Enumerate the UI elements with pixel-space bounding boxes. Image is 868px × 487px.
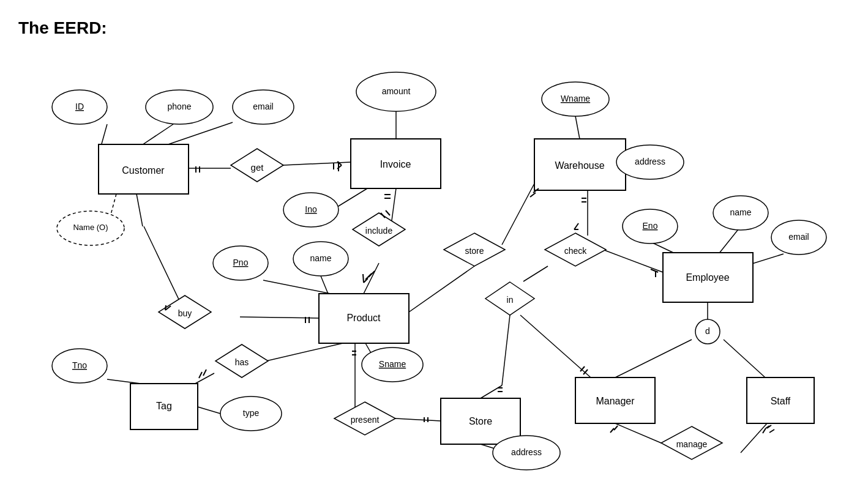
svg-text:in: in — [507, 295, 514, 305]
svg-text:address: address — [511, 447, 542, 457]
svg-text:type: type — [243, 408, 260, 418]
svg-text:get: get — [251, 162, 264, 173]
svg-line-129 — [363, 274, 364, 283]
svg-line-21 — [266, 343, 343, 361]
svg-line-24 — [198, 407, 220, 414]
svg-text:Warehouse: Warehouse — [555, 160, 604, 171]
svg-text:check: check — [564, 246, 588, 256]
svg-text:Manager: Manager — [596, 396, 635, 406]
svg-text:present: present — [351, 415, 380, 425]
svg-text:has: has — [235, 357, 249, 367]
svg-text:Wname: Wname — [561, 94, 590, 103]
svg-text:store: store — [465, 246, 484, 256]
svg-line-38 — [520, 315, 591, 377]
svg-text:name: name — [730, 207, 751, 217]
svg-text:include: include — [365, 226, 393, 236]
eerd-diagram: get include buy has present store check … — [0, 0, 868, 487]
svg-line-18 — [240, 317, 319, 318]
svg-text:Ino: Ino — [305, 204, 317, 214]
svg-line-16 — [263, 280, 331, 294]
svg-text:Tag: Tag — [156, 401, 172, 411]
svg-line-31 — [502, 184, 534, 245]
svg-line-32 — [409, 266, 474, 312]
svg-line-134 — [199, 372, 202, 378]
svg-line-36 — [502, 315, 510, 385]
svg-text:d: d — [705, 326, 710, 336]
svg-text:Eno: Eno — [643, 221, 658, 231]
svg-text:Invoice: Invoice — [380, 159, 411, 169]
svg-line-156 — [386, 210, 390, 215]
svg-text:Employee: Employee — [686, 272, 729, 283]
svg-line-43 — [615, 340, 692, 377]
svg-line-23 — [107, 379, 141, 384]
svg-line-27 — [395, 418, 441, 421]
svg-line-29 — [575, 116, 580, 139]
svg-text:Pno: Pno — [233, 258, 249, 267]
svg-text:manage: manage — [676, 439, 708, 449]
svg-text:Name (O): Name (O) — [73, 223, 108, 232]
svg-line-149 — [610, 428, 614, 433]
svg-text:address: address — [635, 157, 665, 166]
svg-text:email: email — [788, 232, 809, 242]
svg-line-44 — [724, 340, 765, 377]
svg-text:email: email — [253, 102, 273, 111]
svg-line-138 — [530, 193, 536, 197]
svg-line-46 — [741, 423, 767, 453]
svg-text:Staff: Staff — [771, 396, 791, 406]
svg-line-8 — [161, 122, 233, 147]
svg-line-133 — [165, 305, 166, 310]
svg-line-154 — [769, 429, 774, 433]
svg-line-135 — [203, 370, 206, 376]
svg-text:Sname: Sname — [379, 359, 406, 369]
svg-text:Tno: Tno — [72, 360, 87, 370]
svg-text:ID: ID — [75, 102, 84, 111]
svg-line-45 — [615, 423, 661, 443]
svg-text:Store: Store — [469, 416, 492, 426]
svg-line-34 — [603, 250, 663, 272]
svg-line-35 — [523, 266, 548, 281]
svg-line-142 — [574, 223, 578, 229]
svg-text:amount: amount — [382, 86, 411, 96]
svg-text:buy: buy — [178, 308, 192, 318]
svg-text:phone: phone — [168, 102, 192, 111]
svg-line-20 — [137, 194, 143, 226]
svg-text:name: name — [310, 253, 331, 263]
svg-text:Product: Product — [346, 313, 381, 323]
svg-line-151 — [763, 428, 766, 433]
svg-line-150 — [614, 426, 618, 430]
svg-text:Customer: Customer — [122, 165, 165, 176]
